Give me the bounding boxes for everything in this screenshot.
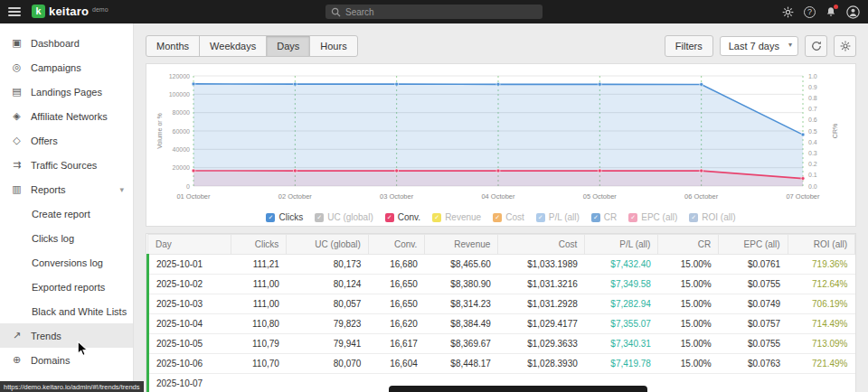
tab-months[interactable]: Months bbox=[146, 35, 200, 57]
sidebar-item-offers[interactable]: ◇Offers bbox=[0, 128, 133, 153]
legend-item-epc-all[interactable]: ✓EPC (all) bbox=[628, 212, 677, 222]
tab-hours[interactable]: Hours bbox=[309, 35, 357, 57]
sidebar-item-traffic-sources[interactable]: ⇉Traffic Sources bbox=[0, 153, 133, 177]
column-header-cost[interactable]: Cost bbox=[498, 235, 585, 255]
refresh-button[interactable] bbox=[805, 35, 827, 57]
table-cell: $8,314.23 bbox=[425, 294, 498, 314]
sidebar-item-exported-reports[interactable]: Exported reports bbox=[0, 275, 133, 299]
legend-item-uc-global[interactable]: ✓UC (global) bbox=[315, 212, 373, 222]
sidebar-item-campaigns[interactable]: ◎Campaigns bbox=[0, 55, 133, 79]
table-cell: 111,00 bbox=[231, 275, 286, 294]
search-input[interactable] bbox=[345, 7, 537, 17]
svg-text:0.6: 0.6 bbox=[808, 117, 817, 123]
sidebar-item-landings-pages[interactable]: ▤Landings Pages bbox=[0, 79, 133, 104]
table-cell: $8,380.90 bbox=[425, 275, 498, 294]
trends-icon: ↗ bbox=[11, 330, 23, 341]
table-cell: 2025-10-07 bbox=[148, 374, 231, 392]
table-cell bbox=[231, 374, 286, 392]
legend-item-conv[interactable]: ✓Conv. bbox=[385, 212, 420, 222]
legend-item-revenue[interactable]: ✓Revenue bbox=[432, 212, 481, 222]
table-row[interactable]: 2025-10-04110,8079,82316,620$8,384.49$1,… bbox=[148, 314, 855, 334]
column-header-conv[interactable]: Conv. bbox=[368, 235, 424, 255]
legend-checkbox: ✓ bbox=[315, 213, 324, 222]
svg-text:0.5: 0.5 bbox=[808, 128, 817, 135]
chart-settings-button[interactable] bbox=[834, 35, 856, 57]
toolbar-right: Filters Last 7 days ▾ bbox=[665, 35, 856, 57]
svg-text:06 October: 06 October bbox=[684, 192, 719, 201]
sidebar-item-label: Exported reports bbox=[32, 282, 105, 293]
landings-icon: ▤ bbox=[11, 86, 23, 98]
menu-icon[interactable] bbox=[8, 7, 21, 16]
user-avatar[interactable] bbox=[846, 5, 860, 19]
column-header-revenue[interactable]: Revenue bbox=[425, 235, 498, 255]
table-cell: 79,823 bbox=[287, 314, 369, 334]
table-cell: 2025-10-02 bbox=[148, 275, 231, 294]
table-cell: $0.0761 bbox=[719, 255, 788, 275]
table-cell: $1,031.2928 bbox=[498, 294, 585, 314]
column-header-clicks[interactable]: Clicks bbox=[231, 235, 286, 255]
column-header-epc-all[interactable]: EPC (all) bbox=[719, 235, 788, 255]
legend-item-roi-all[interactable]: ✓ROI (all) bbox=[689, 212, 735, 222]
table-cell: 15.00% bbox=[658, 294, 719, 314]
sidebar-item-clicks-log[interactable]: Clicks log bbox=[0, 226, 133, 250]
sidebar-item-label: Affiliate Networks bbox=[31, 111, 108, 122]
date-range-select[interactable]: Last 7 days ▾ bbox=[720, 36, 798, 56]
trends-table-panel: DayClicksUC (global)Conv.RevenueCostP/L … bbox=[146, 233, 856, 392]
column-header-p-l-all[interactable]: P/L (all) bbox=[585, 235, 658, 255]
chevron-down-icon: ▾ bbox=[119, 185, 124, 194]
table-cell: 15.00% bbox=[658, 334, 719, 354]
help-icon[interactable]: ? bbox=[804, 6, 816, 18]
legend-checkbox: ✓ bbox=[689, 213, 698, 222]
top-header: k keitaro demo ? bbox=[0, 0, 868, 23]
chevron-down-icon: ▾ bbox=[788, 41, 792, 49]
svg-text:k: k bbox=[36, 5, 42, 16]
sidebar-item-domains[interactable]: ⊕Domains bbox=[0, 348, 133, 372]
keitaro-logo-icon: k bbox=[32, 5, 45, 18]
sidebar-item-affiliate-networks[interactable]: ◈Affiliate Networks bbox=[0, 104, 133, 128]
reports-icon: ▥ bbox=[11, 183, 23, 195]
table-cell: $7,340.31 bbox=[585, 334, 658, 354]
table-row[interactable]: 2025-10-03111,0080,05716,650$8,314.23$1,… bbox=[148, 294, 855, 314]
sidebar-item-label: Trends bbox=[31, 331, 61, 341]
table-row[interactable]: 2025-10-01111,2180,17316,680$8,465.60$1,… bbox=[148, 255, 855, 275]
sidebar-item-trends[interactable]: ↗Trends bbox=[0, 323, 133, 348]
column-header-uc-global[interactable]: UC (global) bbox=[287, 235, 369, 255]
tab-weekdays[interactable]: Weekdays bbox=[199, 35, 267, 57]
traffic-sources-icon: ⇉ bbox=[11, 159, 23, 171]
legend-item-clicks[interactable]: ✓Clicks bbox=[266, 212, 303, 222]
table-cell: 16,650 bbox=[368, 275, 424, 294]
table-cell bbox=[719, 374, 788, 392]
table-cell: 719.36% bbox=[788, 255, 854, 275]
table-row[interactable]: 2025-10-02111,0080,12416,650$8,380.90$1,… bbox=[148, 275, 855, 294]
column-header-cr[interactable]: CR bbox=[658, 235, 719, 255]
table-cell: 16,620 bbox=[368, 314, 424, 334]
table-cell: 16,680 bbox=[368, 255, 424, 275]
keitaro-logo[interactable]: k keitaro demo bbox=[32, 5, 108, 19]
horizontal-scrollbar[interactable] bbox=[389, 386, 647, 392]
tab-days[interactable]: Days bbox=[266, 35, 310, 57]
legend-item-cr[interactable]: ✓CR bbox=[591, 212, 617, 222]
app-root: k keitaro demo ? bbox=[0, 0, 868, 392]
toolbar: MonthsWeekdaysDaysHours Filters Last 7 d… bbox=[146, 35, 856, 57]
sidebar-item-dashboard[interactable]: ▣Dashboard bbox=[0, 31, 133, 55]
table-row[interactable]: 2025-10-06110,7080,07016,604$8,448.17$1,… bbox=[148, 354, 855, 374]
settings-gear-icon[interactable] bbox=[782, 6, 794, 18]
column-header-roi-all[interactable]: ROI (all) bbox=[788, 235, 854, 255]
sidebar-item-black-and-white-lists[interactable]: Black and White Lists bbox=[0, 299, 133, 323]
table-cell: $0.0749 bbox=[719, 294, 788, 314]
sidebar-item-create-report[interactable]: Create report bbox=[0, 201, 133, 226]
notifications-bell-icon[interactable] bbox=[826, 6, 836, 17]
main-content: MonthsWeekdaysDaysHours Filters Last 7 d… bbox=[134, 23, 868, 392]
domains-icon: ⊕ bbox=[11, 354, 23, 366]
filters-button[interactable]: Filters bbox=[665, 35, 713, 57]
column-header-day[interactable]: Day bbox=[148, 235, 231, 255]
legend-checkbox: ✓ bbox=[385, 213, 394, 222]
legend-item-cost[interactable]: ✓Cost bbox=[493, 212, 524, 222]
sidebar-item-reports[interactable]: ▥Reports▾ bbox=[0, 177, 133, 201]
search-box bbox=[326, 5, 542, 19]
svg-text:0.0: 0.0 bbox=[808, 183, 817, 190]
sidebar-item-conversions-log[interactable]: Conversions log bbox=[0, 250, 133, 275]
legend-item-p-l-all[interactable]: ✓P/L (all) bbox=[536, 212, 580, 222]
status-url: https://demo.keitaro.io/admin/#!/trends/… bbox=[0, 381, 144, 392]
table-row[interactable]: 2025-10-05110,7979,94116,617$8,369.67$1,… bbox=[148, 334, 855, 354]
